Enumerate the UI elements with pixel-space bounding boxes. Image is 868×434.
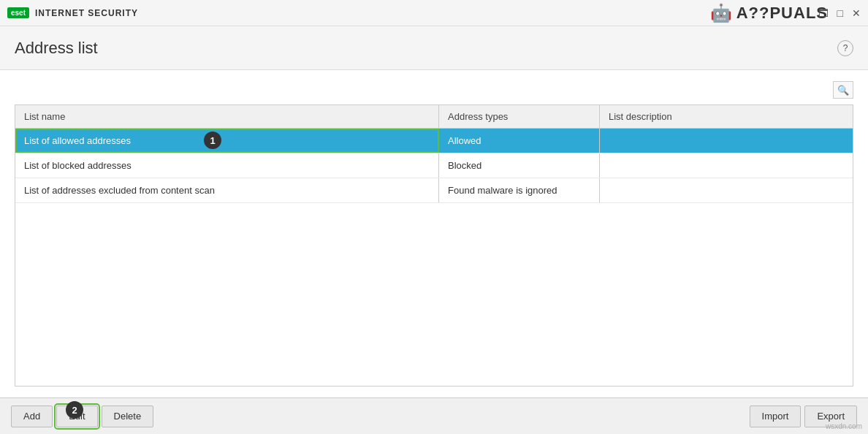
page-header: Address list ? [0,26,868,70]
mascot-icon: 🤖 [709,0,735,26]
cell-list-desc [600,153,853,178]
brand-text: A??PUALS [736,4,828,23]
delete-button[interactable]: Delete [102,406,154,427]
table-body: 1 List of allowed addresses Allowed List… [15,129,853,203]
col-list-description: List description [600,105,853,128]
cell-list-desc [600,129,853,153]
close-button[interactable]: ✕ [852,8,861,18]
appuals-brand: 🤖 A??PUALS [709,0,828,26]
watermark: wsxdn.com [826,422,862,430]
cell-list-desc [600,178,853,202]
import-button[interactable]: Import [750,406,802,427]
cell-address-types: Blocked [439,153,600,178]
step-2-indicator: 2 [66,401,83,419]
add-button[interactable]: Add [11,406,53,427]
minimize-button[interactable]: 🗖 [818,8,829,18]
page-title: Address list [15,39,98,58]
cell-list-name: List of allowed addresses [15,129,439,153]
col-list-name: List name [15,105,439,128]
table-row[interactable]: List of addresses excluded from content … [15,178,853,203]
title-bar: eset INTERNET SECURITY 🤖 A??PUALS 🗖 □ ✕ [0,0,868,26]
help-button[interactable]: ? [837,40,853,56]
cell-list-name: List of addresses excluded from content … [15,178,439,202]
step-1-indicator: 1 [204,132,221,149]
maximize-button[interactable]: □ [837,8,843,18]
table-header: List name Address types List description [15,105,853,129]
table-container: List name Address types List description… [15,104,853,387]
search-button[interactable]: 🔍 [833,81,853,99]
cell-list-name: List of blocked addresses [15,153,439,178]
table-row[interactable]: 1 List of allowed addresses Allowed [15,129,853,153]
eset-logo: eset [7,7,29,18]
cell-address-types: Allowed [439,129,600,153]
col-address-types: Address types [439,105,600,128]
search-bar: 🔍 [15,81,853,99]
window-controls: 🗖 □ ✕ [818,8,861,18]
app-name: INTERNET SECURITY [35,8,138,18]
cell-address-types: Found malware is ignored [439,178,600,202]
main-content: 🔍 List name Address types List descripti… [0,70,868,397]
bottom-toolbar: 2 Add Edit Delete Import Export [0,397,868,434]
table-row[interactable]: List of blocked addresses Blocked [15,153,853,178]
